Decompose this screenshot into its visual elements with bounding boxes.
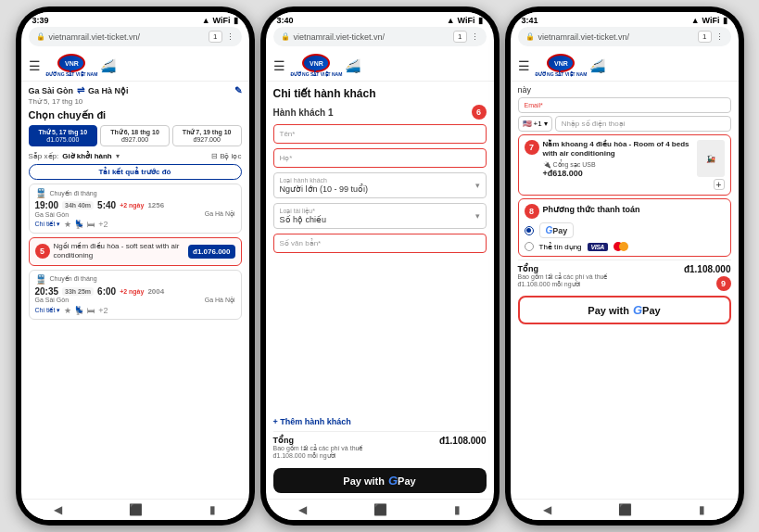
hamburger-icon-2[interactable]: ☰ [273,58,285,73]
pay-button-3[interactable]: Pay with GPay [518,296,731,324]
payment-option-gpay[interactable]: GPay [525,222,725,238]
address-bar-1[interactable]: 🔒 vietnamrail.viet-ticket.vn/ 1 ⋮ [29,27,242,46]
last-name-label: Họ* [280,154,480,162]
first-name-field[interactable]: Tên* [273,124,487,144]
train-card-2: 🚆 Chuyến đi tháng 20:35 33h 25m 6:00 +2 … [29,270,242,320]
to-1: Ga Hà Nội [205,210,235,218]
home-button-2[interactable]: ⬛ [373,503,387,516]
tab-count-1[interactable]: 1 [209,31,221,43]
phone-input[interactable]: Nhập số điện thoại [555,116,731,132]
recent-button-1[interactable]: ▮ [209,503,216,516]
total-right-3: đ1.108.000 9 [684,264,731,291]
back-button-2[interactable]: ◀ [298,503,307,516]
id-number-field[interactable]: Số văn bản* [273,234,487,253]
id-number-label: Số văn bản* [280,239,480,247]
bottom-nav-2: ◀ ⬛ ▮ [266,499,494,520]
amenities-2: ★ 💺 🛏 +2 [64,306,108,315]
date-tab-2[interactable]: Thứ 7, 19 thg 10 đ927.000 [172,125,242,146]
menu-icon[interactable]: ⋮ [226,32,234,42]
country-code[interactable]: 🇺🇸 +1 ▾ [518,116,552,132]
vnr-logo-2: VNR ĐƯỜNG SẮT VIỆT NAM 🚄 [291,54,361,77]
from-station: Ga Sài Gòn [29,86,74,95]
url-2: vietnamrail.viet-ticket.vn/ [294,32,450,42]
screen1-content: Ga Sài Gòn ⇌ Ga Hà Nội ✎ Thứ 5, 17 thg 1… [21,82,249,499]
payment-option-credit[interactable]: Thẻ tín dụng VISA [525,242,725,251]
bottom-nav-3: ◀ ⬛ ▮ [511,499,739,520]
email-field[interactable]: Email* [518,97,731,113]
hamburger-icon-3[interactable]: ☰ [518,58,530,73]
tab-price-1: đ927.000 [103,136,167,143]
cabin-image: 🚂 [697,140,725,177]
filter-button[interactable]: ⊟ Bộ lọc [211,152,241,160]
back-button-3[interactable]: ◀ [543,503,551,516]
bed-icon: 🛏 [87,220,95,229]
seat-option: 5 Ngồi mềm điều hòa - soft seat with air… [29,237,242,266]
lock-icon-3: 🔒 [525,32,535,41]
status-icons-3: ▲ WiFi ▮ [691,16,727,25]
time-2: 3:40 [277,16,294,25]
first-name-label: Tên* [280,130,480,138]
menu-icon-2[interactable]: ⋮ [471,32,479,42]
form-content: Chi tiết hành khách Hành khách 1 6 Tên* … [266,82,494,499]
step-badge-8: 8 [525,204,539,219]
star-icon: ★ [64,220,71,229]
home-button-1[interactable]: ⬛ [129,503,143,516]
route-bar: Ga Sài Gòn ⇌ Ga Hà Nội ✎ [21,82,249,97]
edit-icon[interactable]: ✎ [234,85,242,95]
filter-label: Bộ lọc [220,152,241,160]
status-bar-1: 3:39 ▲ WiFi ▮ [21,12,249,27]
pay-button-2[interactable]: Pay with GPay [273,468,487,493]
status-icons-2: ▲ WiFi ▮ [447,16,483,25]
train-card-1: 🚆 Chuyến đi tháng 19:00 34h 40m 5:40 +2 … [29,184,242,234]
payment-header: 8 Phương thức thanh toán [525,204,725,219]
add-cabin-button[interactable]: + [714,179,725,190]
date-tab-1[interactable]: Thứ 6, 18 thg 10 đ927.000 [100,125,170,146]
tab-count-3[interactable]: 1 [698,31,711,43]
signal-icon-3: ▲ [691,16,700,25]
id-type-select[interactable]: Loại tài liệu* Số hộ chiếu ▾ [273,203,487,229]
train-time-row-1: 19:00 34h 40m 5:40 +2 ngày 1256 [35,200,235,210]
step-badge-7: 7 [525,140,539,155]
from-2: Ga Sài Gòn [35,297,70,303]
station-row-1: Ga Sài Gòn Ga Hà Nội [35,210,235,218]
wifi-icon: WiFi [213,16,231,25]
station-row-2: Ga Sài Gòn Ga Hà Nội [35,297,235,304]
pax-type-value: Người lớn (10 - 99 tuổi) [280,184,369,194]
screen3-content: này Email* 🇺🇸 +1 ▾ Nhập số điện thoại 7 [511,82,739,499]
add-passenger-button[interactable]: + Thêm hành khách [273,417,487,426]
tab-count-2[interactable]: 1 [453,31,466,43]
recent-button-2[interactable]: ▮ [454,503,461,516]
train-card-1-header: 🚆 Chuyến đi tháng [35,188,235,198]
train-icon-1: 🚆 [35,188,46,198]
sort-value[interactable]: Giờ khởi hành [62,152,112,160]
passenger-type-select[interactable]: Loại hành khách Người lớn (10 - 99 tuổi)… [273,172,487,198]
phone-2: 3:40 ▲ WiFi ▮ 🔒 vietnamrail.viet-ticket.… [260,6,500,526]
home-button-3[interactable]: ⬛ [618,503,632,516]
step-badge-6: 6 [472,105,487,120]
train-type-1: Chuyến đi tháng [50,190,235,197]
price-button[interactable]: đ1.076.000 [188,245,234,259]
recent-button-3[interactable]: ▮ [699,503,705,516]
prev-result-button[interactable]: Tải kết quả trước đó [29,164,242,180]
address-bar-2[interactable]: 🔒 vietnamrail.viet-ticket.vn/ 1 ⋮ [273,27,487,46]
screen-1: 3:39 ▲ WiFi ▮ 🔒 vietnamrail.viet-ticket.… [21,12,249,520]
sort-bar: Sắp xếp: Giờ khởi hành ▾ ⊟ Bộ lọc [21,150,249,162]
back-button-1[interactable]: ◀ [54,503,62,516]
detail-link-1[interactable]: Chi tiết ▾ [35,221,61,228]
vnr-subtitle-3: ĐƯỜNG SẮT VIỆT NAM [536,72,588,77]
gpay-g-2: G [388,474,398,488]
chevron-icon-2: ▾ [475,211,480,221]
gpay-logo-3: GPay [633,303,661,317]
last-name-field[interactable]: Họ* [273,148,487,168]
phone-1: 3:39 ▲ WiFi ▮ 🔒 vietnamrail.viet-ticket.… [16,6,255,526]
detail-link-2[interactable]: Chi tiết ▾ [35,307,61,314]
bed-icon-2: 🛏 [87,306,95,315]
route-arrow-icon: ⇌ [77,85,84,95]
address-bar-3[interactable]: 🔒 vietnamrail.viet-ticket.vn/ 1 ⋮ [518,27,731,46]
travel-date: Thứ 5, 17 thg 10 [21,97,249,108]
date-tab-0[interactable]: Thứ 5, 17 thg 10 đ1.075.000 [29,125,98,146]
hamburger-icon[interactable]: ☰ [29,58,41,73]
menu-icon-3[interactable]: ⋮ [715,32,724,42]
vnr-subtitle: ĐƯỜNG SẮT VIỆT NAM [46,72,98,77]
bottom-nav-1: ◀ ⬛ ▮ [21,499,249,520]
